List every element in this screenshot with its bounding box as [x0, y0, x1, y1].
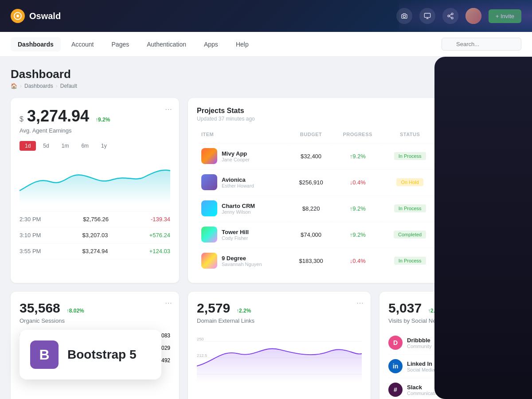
projects-title: Projects Stats [197, 107, 255, 115]
domain-label: Domain External Links [197, 317, 362, 324]
bootstrap-title: Bootstrap 5 [67, 348, 137, 362]
col-budget: BUDGET [290, 132, 332, 142]
page-title-area: Dashboard 🏠 › Dashboards › Default [11, 67, 77, 89]
share-icon-btn[interactable] [442, 8, 458, 24]
search-area: 🔍 [442, 38, 521, 51]
project-avatar-9degree [201, 253, 217, 269]
search-input[interactable] [442, 38, 521, 51]
projects-updated: Updated 37 minutes ago [197, 116, 255, 122]
nav-item-pages[interactable]: Pages [105, 37, 137, 51]
status-badge-mivy: In Process [394, 152, 426, 160]
nav-item-apps[interactable]: Apps [197, 37, 225, 51]
earnings-card: ⋯ $ 3,274.94 ↑9.2% Avg. Agent Earnings 1… [11, 98, 179, 283]
domain-card: ⋯ 2,579 ↑2.2% Domain External Links [188, 292, 371, 399]
top-navbar: Oswald + Invite [0, 0, 532, 32]
more-options-icon[interactable]: ⋯ [165, 105, 172, 113]
secondary-navbar: Dashboards Account Pages Authentication … [0, 32, 532, 57]
svg-point-8 [451, 17, 453, 19]
col-progress: PROGRESS [333, 132, 382, 142]
period-tabs: 1d 5d 1m 6m 1y [20, 141, 170, 151]
logo-icon [11, 9, 25, 23]
logo-area: Oswald [11, 9, 396, 23]
svg-point-6 [451, 13, 453, 15]
col-status: STATUS [383, 132, 437, 142]
svg-point-1 [16, 15, 19, 17]
linkedin-icon: in [388, 359, 403, 373]
logo-text: Oswald [29, 11, 61, 21]
earnings-row-1: 2:30 PM $2,756.26 -139.34 [20, 211, 170, 227]
domain-more-icon[interactable]: ⋯ [356, 299, 364, 307]
svg-point-2 [403, 15, 405, 17]
domain-chart: 250 212.5 [197, 331, 362, 376]
domain-change: ↑2.2% [234, 307, 254, 315]
nav-item-help[interactable]: Help [229, 37, 256, 51]
status-badge-9degree: In Process [394, 257, 426, 265]
amount-value: 3,274.94 [27, 107, 89, 125]
svg-rect-3 [424, 13, 430, 17]
svg-text:250: 250 [197, 337, 204, 341]
period-tab-6m[interactable]: 6m [76, 141, 94, 151]
col-item: ITEM [198, 132, 289, 142]
earnings-change: ↑9.2% [93, 116, 113, 124]
nav-item-account[interactable]: Account [64, 37, 101, 51]
period-tab-1m[interactable]: 1m [56, 141, 74, 151]
project-avatar-charto [201, 200, 217, 216]
period-tab-1y[interactable]: 1y [96, 141, 112, 151]
svg-point-7 [448, 15, 450, 17]
project-avatar-avionica [201, 174, 217, 190]
earnings-chart [20, 160, 170, 204]
dribbble-icon: D [388, 336, 403, 350]
domain-chart-svg: 250 212.5 [197, 331, 362, 384]
search-wrapper: 🔍 [442, 38, 521, 51]
project-avatar-mivy [201, 148, 217, 164]
breadcrumb: 🏠 › Dashboards › Default [11, 83, 77, 89]
project-avatar-tower [201, 227, 217, 243]
page-title: Dashboard [11, 67, 77, 81]
breadcrumb-home-icon: 🏠 [11, 83, 17, 89]
earnings-row-2: 3:10 PM $3,207.03 +576.24 [20, 227, 170, 243]
period-tab-1d[interactable]: 1d [20, 141, 36, 151]
camera-icon-btn[interactable] [396, 8, 412, 24]
status-badge-tower: Completed [394, 231, 426, 239]
monitor-icon-btn[interactable] [419, 8, 435, 24]
sessions-label: Organic Sessions [20, 317, 170, 324]
sessions-more-icon[interactable]: ⋯ [165, 299, 172, 307]
breadcrumb-default: Default [60, 83, 77, 89]
earnings-amount: $ 3,274.94 ↑9.2% [20, 107, 170, 125]
nav-item-authentication[interactable]: Authentication [140, 37, 193, 51]
bootstrap-icon: B [30, 340, 59, 369]
svg-line-9 [449, 16, 451, 18]
sessions-change: ↑8.02% [64, 307, 87, 315]
earnings-row-3: 3:55 PM $3,274.94 +124.03 [20, 243, 170, 259]
bootstrap-overlay: B Bootstrap 5 [20, 330, 161, 379]
dark-right-section [434, 57, 532, 399]
projects-title-area: Projects Stats Updated 37 minutes ago [197, 107, 255, 122]
status-badge-avionica: On Hold [396, 178, 423, 186]
currency-symbol: $ [20, 115, 23, 123]
svg-line-10 [449, 14, 451, 16]
slack-icon: # [388, 383, 403, 397]
earnings-label: Avg. Agent Earnings [20, 127, 170, 134]
nav-actions: + Invite [396, 8, 521, 24]
earnings-rows: 2:30 PM $2,756.26 -139.34 3:10 PM $3,207… [20, 211, 170, 259]
breadcrumb-dashboards: Dashboards [24, 83, 53, 89]
domain-value: 2,579 ↑2.2% [197, 301, 362, 316]
earnings-chart-svg [20, 160, 170, 204]
period-tab-5d[interactable]: 5d [38, 141, 54, 151]
status-badge-charto: In Process [394, 204, 426, 212]
sessions-value: 35,568 ↑8.02% [20, 301, 170, 316]
avatar[interactable] [466, 8, 481, 24]
svg-text:212.5: 212.5 [197, 353, 207, 358]
nav-item-dashboards[interactable]: Dashboards [11, 37, 61, 51]
invite-button[interactable]: + Invite [489, 9, 521, 23]
